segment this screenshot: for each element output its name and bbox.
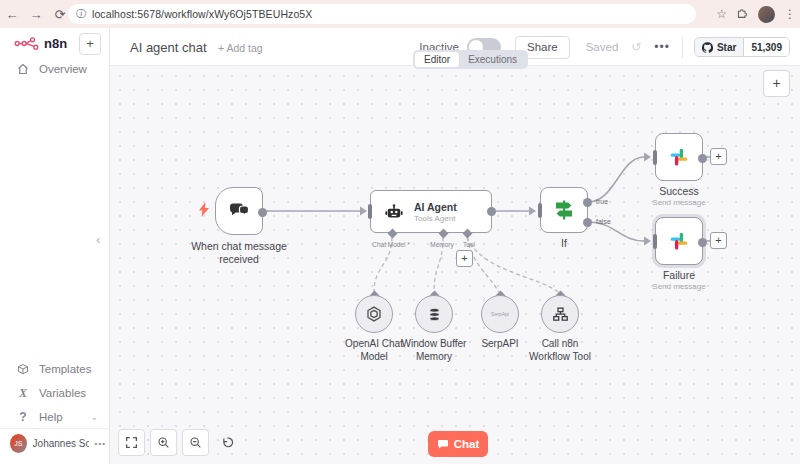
browser-chrome: ← → ⟳ ⓘ localhost:5678/workflow/xWy6Oj5T… <box>0 0 800 28</box>
node-call-n8n-workflow-tool[interactable] <box>541 295 579 333</box>
workflow-canvas[interactable]: When chat message received AI Agent Tool… <box>110 66 800 464</box>
history-icon[interactable]: ↺ <box>631 40 641 54</box>
sidebar-item-label: Overview <box>39 63 87 75</box>
zoom-controls <box>118 429 241 456</box>
github-star-widget[interactable]: Star 51,309 <box>694 37 790 57</box>
browser-menu-icon[interactable]: ⋮ <box>784 7 796 21</box>
node-ai-agent[interactable]: AI Agent Tools Agent <box>370 190 492 233</box>
zoom-in-button[interactable] <box>150 429 177 456</box>
node-subtitle: Send message <box>644 198 714 207</box>
add-node-after-failure-button[interactable]: + <box>710 232 727 249</box>
sitemap-icon <box>552 306 569 323</box>
sidebar-item-overview[interactable]: Overview <box>0 58 110 80</box>
branch-label-false: false <box>596 218 611 225</box>
tab-executions[interactable]: Executions <box>459 52 526 67</box>
failure-output-port[interactable] <box>698 238 707 247</box>
node-subtitle: Tools Agent <box>414 214 457 223</box>
failure-input-port[interactable] <box>653 234 657 249</box>
package-icon <box>16 363 30 375</box>
node-window-buffer-memory[interactable] <box>415 295 453 333</box>
site-info-icon[interactable]: ⓘ <box>76 7 86 21</box>
user-menu[interactable]: JS Johannes Schn... ••• <box>10 434 106 453</box>
database-icon <box>426 306 443 323</box>
add-tag-button[interactable]: + Add tag <box>218 42 263 54</box>
back-icon[interactable]: ← <box>0 7 24 22</box>
node-label: Failure <box>644 269 714 282</box>
openai-icon <box>365 305 383 323</box>
chat-bubble-icon <box>437 438 449 450</box>
if-false-port[interactable] <box>583 218 592 227</box>
workflow-menu-icon[interactable]: ••• <box>654 40 670 54</box>
user-name: Johannes Schn... <box>33 438 89 449</box>
success-input-port[interactable] <box>653 150 657 165</box>
slack-icon <box>668 146 690 168</box>
saved-status: Saved <box>586 41 619 53</box>
node-label: If <box>534 237 594 250</box>
node-subtitle: Send message <box>644 282 714 291</box>
extensions-icon[interactable] <box>736 6 749 22</box>
home-icon <box>16 63 30 75</box>
node-label: Window Buffer Memory <box>399 338 469 363</box>
agent-input-port[interactable] <box>368 204 372 219</box>
chat-trigger-icon <box>227 200 251 222</box>
slack-icon <box>668 230 690 252</box>
address-bar[interactable]: ⓘ localhost:5678/workflow/xWy6Oj5TBEUHzo… <box>68 4 696 24</box>
node-label: Call n8n Workflow Tool <box>525 338 595 363</box>
n8n-logo[interactable]: n8n <box>14 36 67 51</box>
agent-output-port[interactable] <box>487 207 496 216</box>
new-workflow-button[interactable]: + <box>79 33 101 55</box>
user-options-icon[interactable]: ••• <box>95 439 106 448</box>
node-label: When chat message received <box>174 240 304 266</box>
bookmark-star-icon[interactable]: ☆ <box>716 7 727 21</box>
trigger-bolt-icon <box>198 202 210 221</box>
sidebar-item-label: Variables <box>39 387 86 399</box>
fit-view-button[interactable] <box>118 429 145 456</box>
success-output-port[interactable] <box>698 154 707 163</box>
url-text: localhost:5678/workflow/xWy6Oj5TBEUHzo5X <box>92 8 312 20</box>
github-star-label: Star <box>717 42 736 53</box>
chat-button-label: Chat <box>454 438 480 450</box>
view-tabs: Editor Executions <box>413 50 528 69</box>
node-serpapi[interactable]: SerpApi <box>481 295 519 333</box>
header-divider <box>682 36 683 58</box>
browser-profile-avatar[interactable] <box>758 6 775 23</box>
sidebar-item-label: Templates <box>39 363 91 375</box>
trigger-output-port[interactable] <box>258 208 267 217</box>
n8n-logo-icon <box>14 37 39 50</box>
port-label-tool: Tool <box>463 241 475 248</box>
node-failure[interactable] <box>655 217 703 265</box>
user-avatar: JS <box>10 434 27 453</box>
tab-editor[interactable]: Editor <box>415 52 459 67</box>
add-tool-button[interactable]: + <box>456 250 473 267</box>
sidebar-item-variables[interactable]: X Variables <box>0 382 110 404</box>
n8n-workflow-editor: ← → ⟳ ⓘ localhost:5678/workflow/xWy6Oj5T… <box>0 0 800 464</box>
sidebar-item-label: Help <box>39 411 63 423</box>
add-node-button[interactable]: + <box>763 70 790 97</box>
sidebar-collapse-icon[interactable]: ‹ <box>96 232 100 247</box>
add-node-after-success-button[interactable]: + <box>710 148 727 165</box>
undo-button[interactable] <box>214 429 241 456</box>
if-true-port[interactable] <box>583 198 592 207</box>
node-if[interactable] <box>540 187 588 233</box>
chat-button[interactable]: Chat <box>428 431 488 457</box>
github-star-count: 51,309 <box>743 38 789 56</box>
workflow-title[interactable]: AI agent chat <box>130 40 207 55</box>
node-openai-chat-model[interactable] <box>355 295 393 333</box>
if-input-port[interactable] <box>538 203 542 218</box>
question-icon: ? <box>16 410 30 424</box>
node-label: Success <box>644 185 714 198</box>
github-icon <box>702 42 713 53</box>
port-label-memory: Memory <box>430 241 453 248</box>
sidebar-divider <box>0 428 110 429</box>
variable-icon: X <box>16 386 30 401</box>
zoom-out-button[interactable] <box>182 429 209 456</box>
port-label-chat-model: Chat Model * <box>372 241 410 248</box>
forward-icon[interactable]: → <box>24 7 48 22</box>
node-success[interactable] <box>655 133 703 181</box>
sidebar-item-help[interactable]: ? Help ⌄ <box>0 406 110 428</box>
node-when-chat-message-received[interactable] <box>215 187 263 235</box>
logo-text: n8n <box>44 36 67 51</box>
robot-icon <box>384 202 404 222</box>
if-icon <box>552 198 576 222</box>
sidebar-item-templates[interactable]: Templates <box>0 358 110 380</box>
